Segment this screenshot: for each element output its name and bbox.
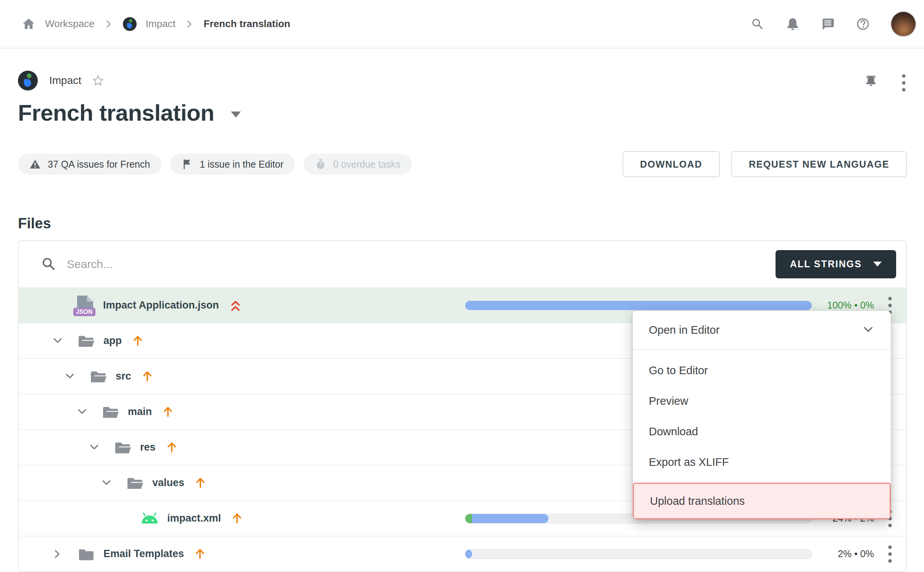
- chevron-down-icon[interactable]: [88, 441, 100, 454]
- project-logo-small: [123, 17, 137, 31]
- strings-filter-label: ALL STRINGS: [790, 259, 862, 270]
- qa-issues-label: 37 QA issues for French: [48, 159, 150, 170]
- folder-name: src: [116, 370, 131, 382]
- search-icon: [41, 256, 57, 272]
- overdue-tasks-label: 0 overdue tasks: [333, 159, 401, 170]
- folder-open-icon: [102, 405, 119, 419]
- chevron-down-icon[interactable]: [64, 370, 76, 383]
- home-icon[interactable]: [21, 17, 36, 31]
- user-avatar[interactable]: [891, 12, 916, 36]
- menu-item-preview[interactable]: Preview: [633, 386, 891, 416]
- upload-arrow-icon[interactable]: [194, 548, 206, 561]
- folder-name: values: [152, 477, 184, 489]
- star-favorite-icon[interactable]: [92, 74, 104, 87]
- upload-arrow-icon[interactable]: [141, 370, 153, 383]
- progress-bar: [465, 301, 812, 310]
- title-dropdown-caret-icon[interactable]: [231, 111, 241, 118]
- chevron-right-icon[interactable]: [52, 548, 64, 560]
- warning-icon: [29, 158, 41, 170]
- upload-arrow-icon[interactable]: [194, 477, 206, 490]
- help-icon[interactable]: [856, 17, 870, 31]
- project-logo: [18, 71, 38, 90]
- flag-icon: [181, 158, 193, 170]
- top-navigation-bar: Workspace Impact French translation: [0, 0, 924, 48]
- page-title: French translation: [18, 100, 214, 126]
- menu-item-export-as-xliff[interactable]: Export as XLIFF: [633, 447, 891, 477]
- project-header: Impact: [18, 71, 907, 90]
- folder-open-icon: [90, 369, 107, 384]
- breadcrumb-workspace[interactable]: Workspace: [45, 18, 95, 30]
- row-more-vert-icon[interactable]: [888, 545, 892, 563]
- folder-open-icon: [77, 334, 95, 348]
- menu-item-open-in-editor[interactable]: Open in Editor: [633, 311, 891, 350]
- menu-item-go-to-editor[interactable]: Go to Editor: [633, 355, 891, 386]
- chevron-down-icon[interactable]: [76, 406, 88, 418]
- files-search-input[interactable]: [67, 258, 776, 271]
- breadcrumb: Workspace Impact French translation: [21, 17, 290, 31]
- progress-bar: [465, 549, 812, 559]
- search-icon[interactable]: [751, 17, 764, 31]
- upload-arrow-icon[interactable]: [132, 334, 144, 347]
- overdue-tasks-chip: 0 overdue tasks: [303, 154, 412, 175]
- project-name[interactable]: Impact: [49, 74, 81, 87]
- chevron-down-icon: [862, 323, 875, 336]
- json-file-icon: JSON: [76, 295, 95, 316]
- upload-arrow-icon[interactable]: [231, 512, 243, 525]
- request-new-language-button[interactable]: REQUEST NEW LANGUAGE: [731, 151, 907, 177]
- notifications-active-icon[interactable]: [864, 74, 878, 87]
- file-context-menu: Open in Editor Go to Editor Preview Down…: [633, 311, 891, 519]
- chevron-down-icon[interactable]: [52, 335, 64, 347]
- qa-issues-chip[interactable]: 37 QA issues for French: [18, 154, 161, 175]
- menu-item-upload-translations[interactable]: Upload translations: [633, 483, 891, 519]
- chevron-down-icon[interactable]: [100, 477, 113, 489]
- editor-issues-label: 1 issue in the Editor: [200, 159, 284, 170]
- progress-stats: 100% • 0%: [812, 300, 874, 311]
- file-name: Impact Application.json: [103, 299, 219, 311]
- download-button[interactable]: DOWNLOAD: [622, 151, 720, 177]
- files-search-row: ALL STRINGS: [19, 241, 906, 287]
- folder-open-icon: [126, 476, 144, 490]
- upload-arrow-icon[interactable]: [162, 406, 174, 418]
- notifications-bell-icon[interactable]: [786, 17, 800, 31]
- folder-name: Email Templates: [103, 548, 184, 560]
- file-name: impact.xml: [167, 512, 221, 524]
- timer-icon: [315, 158, 326, 170]
- chat-icon[interactable]: [821, 17, 835, 31]
- menu-item-label: Open in Editor: [649, 324, 719, 336]
- progress-stats: 2% • 0%: [812, 548, 874, 559]
- files-heading: Files: [18, 215, 907, 232]
- chevron-right-icon: [104, 19, 114, 29]
- folder-name: app: [103, 335, 122, 347]
- editor-issues-chip[interactable]: 1 issue in the Editor: [170, 154, 295, 175]
- menu-item-download[interactable]: Download: [633, 416, 891, 447]
- android-file-icon: [140, 512, 159, 525]
- more-vert-icon[interactable]: [901, 74, 907, 87]
- folder-row-email-templates[interactable]: Email Templates 2% • 0%: [19, 536, 906, 571]
- folder-name: main: [128, 406, 152, 418]
- chevron-down-icon: [873, 262, 882, 267]
- breadcrumb-current-page: French translation: [204, 18, 290, 30]
- folder-name: res: [140, 441, 156, 453]
- chevron-right-icon: [185, 19, 195, 29]
- upload-arrow-icon[interactable]: [166, 441, 178, 454]
- breadcrumb-project[interactable]: Impact: [146, 18, 176, 30]
- high-priority-icon: [229, 299, 242, 312]
- strings-filter-button[interactable]: ALL STRINGS: [776, 250, 896, 278]
- folder-icon: [77, 547, 95, 561]
- folder-open-icon: [114, 440, 132, 455]
